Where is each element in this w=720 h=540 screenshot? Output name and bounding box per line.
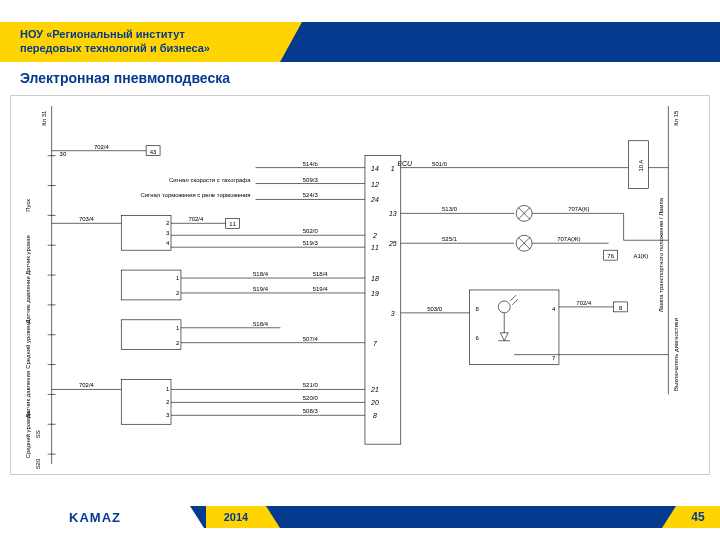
svg-text:509/3: 509/3 [303, 177, 319, 183]
svg-text:1: 1 [391, 165, 395, 172]
svg-text:518/4: 518/4 [253, 271, 269, 277]
svg-rect-67 [121, 380, 171, 425]
svg-text:24: 24 [370, 196, 379, 203]
svg-text:Средний уровень: Средний уровень [25, 410, 31, 458]
slide-title: Электронная пневмоподвеска [20, 70, 230, 86]
svg-text:Датчик давления: Датчик давления [25, 276, 31, 323]
svg-text:Сигнал торможения с реле тормо: Сигнал торможения с реле торможения [140, 192, 250, 198]
svg-text:Лампа транспортного положения : Лампа транспортного положения / Лампа [658, 197, 664, 312]
footer-year-block: 2014 [206, 506, 266, 528]
svg-text:702/4: 702/4 [94, 144, 110, 150]
diagnostic-switch [469, 290, 559, 365]
svg-rect-32 [121, 215, 171, 250]
svg-text:Средний уровень: Средний уровень [25, 321, 31, 369]
ecu-label: ECU [397, 160, 413, 167]
svg-text:519/3: 519/3 [303, 240, 319, 246]
svg-text:702/4: 702/4 [188, 216, 204, 222]
footer-logo-angle [190, 506, 204, 528]
header-angle [280, 22, 302, 62]
svg-text:30: 30 [60, 151, 67, 157]
header-line2: передовых технологий и бизнеса» [20, 41, 260, 55]
svg-rect-48 [121, 270, 181, 300]
svg-text:521/0: 521/0 [303, 382, 319, 388]
svg-text:SS: SS [35, 430, 41, 438]
footer-page-angle [662, 506, 676, 528]
header-institution: НОУ «Региональный институт передовых тех… [0, 22, 280, 62]
svg-text:13: 13 [389, 210, 397, 217]
svg-text:Пуск: Пуск [25, 199, 31, 212]
svg-text:10 A: 10 A [638, 160, 644, 172]
footer-year-angle [266, 506, 280, 528]
svg-text:25: 25 [388, 240, 397, 247]
svg-text:702/4: 702/4 [79, 382, 95, 388]
svg-text:21: 21 [370, 386, 379, 393]
rail-top-label: Кл 31 [41, 110, 47, 126]
svg-text:18: 18 [371, 275, 379, 282]
svg-text:19: 19 [371, 290, 379, 297]
left-side-labels: Пуск Датчик уровня Датчик давления Средн… [25, 199, 41, 470]
svg-text:501/0: 501/0 [432, 161, 448, 167]
svg-text:525/1: 525/1 [442, 236, 458, 242]
svg-text:524/3: 524/3 [303, 192, 319, 198]
svg-text:S20: S20 [35, 458, 41, 469]
svg-text:502/0: 502/0 [303, 228, 319, 234]
svg-text:Датчик уровня: Датчик уровня [25, 235, 31, 275]
footer-logo-block: KAMAZ [0, 506, 190, 528]
svg-text:11: 11 [229, 221, 236, 227]
svg-text:519/4: 519/4 [313, 286, 329, 292]
svg-text:A1(К): A1(К) [634, 253, 649, 259]
svg-text:508/3: 508/3 [303, 408, 319, 414]
footer-page: 45 [691, 510, 704, 524]
footer-logo: KAMAZ [69, 510, 121, 525]
svg-text:Выключатель диагностики: Выключатель диагностики [673, 318, 679, 391]
footer-year: 2014 [224, 511, 248, 523]
svg-text:14: 14 [371, 165, 379, 172]
svg-point-117 [498, 301, 510, 313]
svg-text:20: 20 [370, 399, 379, 406]
svg-text:513/0: 513/0 [442, 206, 458, 212]
svg-text:707A(Ж): 707A(Ж) [557, 236, 580, 242]
svg-text:520/0: 520/0 [303, 395, 319, 401]
footer-page-block: 45 [676, 506, 720, 528]
svg-text:702/4: 702/4 [576, 300, 592, 306]
svg-text:43: 43 [150, 149, 157, 155]
svg-text:503/0: 503/0 [427, 306, 443, 312]
svg-text:703/4: 703/4 [79, 216, 95, 222]
svg-text:518/4: 518/4 [253, 321, 269, 327]
svg-text:707A(К): 707A(К) [568, 206, 589, 212]
rail-right-label: Кл 15 [673, 110, 679, 126]
wiring-diagram: Кл 31 Кл 15 Пуск Датчик уровня Датчик да… [10, 95, 710, 475]
svg-text:507/4: 507/4 [303, 336, 319, 342]
svg-text:518/4: 518/4 [313, 271, 329, 277]
svg-text:Сигнал скорости с тахографа: Сигнал скорости с тахографа [169, 177, 251, 183]
svg-text:2: 2 [372, 232, 377, 239]
svg-text:11: 11 [371, 244, 379, 251]
svg-text:514/b: 514/b [303, 161, 319, 167]
svg-text:3: 3 [391, 310, 395, 317]
svg-text:12: 12 [371, 181, 379, 188]
svg-rect-59 [121, 320, 181, 350]
svg-text:8: 8 [373, 412, 377, 419]
svg-text:519/4: 519/4 [253, 286, 269, 292]
svg-text:76: 76 [607, 253, 614, 259]
header-line1: НОУ «Региональный институт [20, 27, 260, 41]
